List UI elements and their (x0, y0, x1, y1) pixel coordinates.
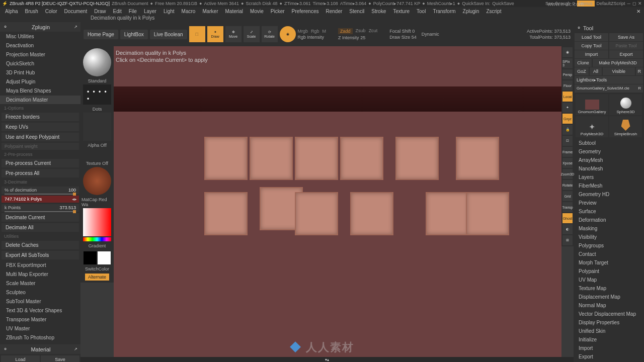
menu-transform[interactable]: Transform (430, 8, 458, 15)
z-intensity-slider[interactable]: Z Intensity 25 (338, 35, 377, 40)
zplugin-extra[interactable]: Sculpteo (0, 288, 80, 297)
tool-section[interactable]: Polypaint (575, 267, 643, 276)
menu-movie[interactable]: Movie (247, 8, 267, 15)
zplugin-extra[interactable]: UV Master (0, 324, 80, 333)
menu-zscript[interactable]: Zscript (483, 8, 504, 15)
zplugin-extra[interactable]: SubTool Master (0, 297, 80, 306)
copy-tool-button[interactable]: Copy Tool (575, 42, 608, 50)
goz-r-button[interactable]: R (636, 67, 643, 75)
menu-material[interactable]: Material (222, 8, 247, 15)
menu-alpha[interactable]: Alpha (2, 8, 21, 15)
keep-uvs-button[interactable]: Keep UVs (2, 123, 79, 131)
liveboolean-button[interactable]: Live Boolean (150, 30, 187, 39)
draw-button[interactable]: ✦Draw (207, 26, 223, 42)
tool-section[interactable]: Initialize (575, 335, 643, 344)
menu-texture[interactable]: Texture (390, 8, 413, 15)
menu-draw[interactable]: Draw (91, 8, 109, 15)
menu-color[interactable]: Color (42, 8, 60, 15)
gxyz-button[interactable]: Gxyz (562, 114, 573, 124)
tool-section[interactable]: Vector Displacement Map (575, 310, 643, 318)
stroke-preview[interactable] (83, 84, 111, 105)
rotate-view-button[interactable]: Rotate (562, 180, 573, 190)
freeze-borders-button[interactable]: Freeze borders (2, 113, 79, 121)
tool-thumb[interactable]: ✦PolyMesh3D (576, 116, 608, 137)
pin-icon[interactable]: ⚬ (577, 25, 581, 31)
menu-macro[interactable]: Macro (179, 8, 199, 15)
import-button[interactable]: Import (575, 50, 608, 58)
white-swatch[interactable] (98, 251, 111, 264)
current-tool-field[interactable]: GnomonGallery_SolveSM.cleR (575, 84, 643, 93)
material-header[interactable]: ⚬ Material ↗ (0, 344, 80, 354)
tool-section[interactable]: Deformation (575, 216, 643, 224)
tool-section[interactable]: Subtool (575, 139, 643, 147)
tool-section[interactable]: Surface (575, 207, 643, 216)
material-save-button[interactable]: Save (41, 355, 79, 362)
color-picker[interactable] (83, 208, 111, 236)
tool-section[interactable]: Contact (575, 250, 643, 258)
keep-polypaint-button[interactable]: Use and Keep Polypaint (2, 133, 79, 141)
pct-decimation-slider[interactable]: % of decimation 100 (2, 187, 79, 194)
make-polymesh-button[interactable]: Make PolyMesh3D (593, 59, 643, 67)
floor-button[interactable]: Floor (562, 80, 573, 90)
switchcolor-button[interactable]: SwitchColor (85, 266, 109, 272)
menubar-close-icon[interactable]: ✕ (635, 8, 642, 15)
menu-brush[interactable]: Brush (22, 8, 41, 15)
zplugin-extra[interactable]: Scale Master (0, 279, 80, 288)
collapse-icon[interactable]: ↗ (74, 347, 77, 351)
ghost-button[interactable]: Ghost (562, 213, 573, 223)
pin-icon[interactable]: ⚬ (3, 346, 8, 352)
alternate-button[interactable]: Alternate (85, 274, 109, 281)
tool-thumb[interactable]: GnomonGallery (576, 94, 608, 115)
goz-button[interactable]: GoZ (575, 67, 589, 75)
minimize-icon[interactable]: ─ (627, 1, 630, 6)
tool-section[interactable]: Import (575, 344, 643, 352)
zplugin-item[interactable]: Misc Utilities (0, 32, 80, 41)
zadd-button[interactable]: Zadd (338, 28, 353, 34)
lightbox-button[interactable]: LightBox (120, 30, 148, 39)
expand-bar[interactable]: ▾▴ (80, 357, 574, 362)
stepper-icon[interactable]: ◂▸ (72, 197, 77, 202)
black-swatch[interactable] (84, 251, 97, 264)
preprocess-current-button[interactable]: Pre-process Current (2, 159, 79, 167)
focal-shift-slider[interactable]: Focal Shift 0 (389, 29, 417, 34)
tool-section[interactable]: FiberMesh (575, 182, 643, 190)
dynamic-label[interactable]: Dynamic (422, 32, 439, 37)
zplugin-extra[interactable]: Multi Map Exporter (0, 270, 80, 279)
pin-icon[interactable]: ⚬ (3, 24, 8, 30)
axis-icon[interactable]: ✦ (562, 103, 573, 113)
zplugin-item[interactable]: QuickSketch (0, 59, 80, 68)
rgb-button[interactable]: Rgb (311, 29, 319, 34)
export-button[interactable]: Export (609, 50, 643, 58)
paste-tool-button[interactable]: Paste Tool (609, 42, 643, 50)
bpr-button[interactable]: ◉ (562, 47, 573, 57)
collapse-icon[interactable]: ↗ (74, 25, 77, 29)
persp-button[interactable]: Persp (562, 69, 573, 79)
zplugin-extra[interactable]: Text 3D & Vector Shapes (0, 306, 80, 315)
zplugin-item[interactable]: Maya Blend Shapes (0, 86, 80, 95)
decimation-master-item[interactable]: Decimation Master (0, 96, 80, 104)
local-button[interactable]: Local (562, 92, 573, 102)
menu-layer[interactable]: Layer (141, 8, 159, 15)
draw-size-slider[interactable]: Draw Size 54 (389, 35, 417, 40)
menu-stencil[interactable]: Stencil (346, 8, 367, 15)
tool-lightbox-button[interactable]: Lightbox▸Tools (575, 76, 643, 84)
tool-section[interactable]: Geometry (575, 147, 643, 156)
menu-zplugin[interactable]: Zplugin (460, 8, 482, 15)
zplugin-header[interactable]: ⚬ Zplugin ↗ (0, 22, 80, 32)
brush-preview[interactable] (83, 48, 111, 76)
preprocess-all-button[interactable]: Pre-process All (2, 169, 79, 177)
lock-icon[interactable]: 🔒 (562, 125, 573, 135)
goz-all-button[interactable]: All (590, 67, 602, 75)
tool-section[interactable]: UV Map (575, 276, 643, 284)
tool-thumb[interactable]: Sphere3D (609, 94, 642, 115)
rotate-button[interactable]: ⟳Rotate (262, 26, 278, 42)
clone-button[interactable]: Clone (575, 59, 592, 67)
material-preview[interactable] (83, 167, 111, 195)
scale-button[interactable]: ⤢Scale (244, 26, 260, 42)
menu-preferences[interactable]: Preferences (289, 8, 322, 15)
menus-button[interactable]: Menus (577, 1, 595, 7)
tool-section[interactable]: Layers (575, 173, 643, 182)
edit-button[interactable]: ⬚ (189, 26, 205, 42)
tool-section[interactable]: Morph Target (575, 258, 643, 267)
zplugin-item[interactable]: Adjust Plugin (0, 77, 80, 86)
